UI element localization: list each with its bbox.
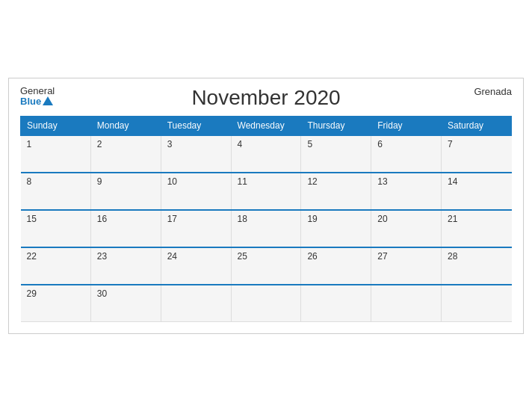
day-number: 9: [97, 176, 102, 187]
day-number: 22: [27, 251, 37, 262]
logo-blue-text: Blue: [20, 96, 53, 107]
header-wednesday: Wednesday: [231, 116, 301, 135]
calendar-container: General Blue November 2020 Grenada Sunda…: [8, 78, 524, 334]
calendar-day-cell: [371, 285, 442, 322]
day-number: 10: [167, 176, 177, 187]
country-name: Grenada: [474, 86, 512, 97]
calendar-week-row: 15161718192021: [21, 210, 512, 247]
calendar-day-cell: 11: [231, 173, 301, 210]
calendar-day-cell: 13: [371, 173, 442, 210]
header-saturday: Saturday: [442, 116, 512, 135]
calendar-day-cell: 2: [90, 135, 161, 173]
header-monday: Monday: [90, 116, 161, 135]
calendar-day-cell: 28: [442, 247, 512, 285]
calendar-day-cell: 18: [231, 210, 301, 247]
calendar-day-cell: [231, 285, 301, 322]
day-number: 13: [377, 176, 387, 187]
calendar-day-cell: 27: [371, 247, 442, 285]
day-number: 14: [448, 176, 457, 187]
calendar-day-cell: 23: [90, 247, 161, 285]
day-number: 28: [448, 251, 457, 262]
header-friday: Friday: [371, 116, 442, 135]
calendar-day-cell: 29: [21, 285, 91, 322]
header-sunday: Sunday: [21, 116, 91, 135]
calendar-day-cell: 7: [442, 135, 512, 173]
logo-general-text: General: [20, 86, 55, 96]
calendar-day-cell: 5: [301, 135, 371, 173]
calendar-day-cell: 4: [231, 135, 301, 173]
calendar-day-cell: 15: [21, 210, 91, 247]
weekday-header-row: Sunday Monday Tuesday Wednesday Thursday…: [21, 116, 512, 135]
calendar-day-cell: 30: [90, 285, 161, 322]
day-number: 12: [307, 176, 317, 187]
calendar-week-row: 22232425262728: [21, 247, 512, 285]
calendar-day-cell: 9: [90, 173, 161, 210]
calendar-day-cell: 19: [301, 210, 371, 247]
header-tuesday: Tuesday: [161, 116, 231, 135]
day-number: 20: [377, 214, 387, 224]
calendar-day-cell: 21: [442, 210, 512, 247]
calendar-day-cell: 17: [161, 210, 231, 247]
logo-triangle-icon: [43, 96, 53, 105]
calendar-day-cell: 6: [371, 135, 442, 173]
calendar-week-row: 1234567: [21, 135, 512, 173]
day-number: 25: [238, 251, 247, 262]
calendar-week-row: 2930: [21, 285, 512, 322]
day-number: 5: [307, 139, 312, 149]
calendar-day-cell: 22: [21, 247, 91, 285]
day-number: 8: [27, 176, 32, 187]
calendar-day-cell: 16: [90, 210, 161, 247]
calendar-day-cell: 26: [301, 247, 371, 285]
day-number: 18: [238, 214, 247, 224]
day-number: 15: [27, 214, 37, 224]
calendar-title: November 2020: [191, 86, 340, 110]
day-number: 16: [97, 214, 107, 224]
logo: General Blue: [20, 86, 55, 108]
day-number: 17: [167, 214, 177, 224]
calendar-day-cell: 8: [21, 173, 91, 210]
calendar-grid: Sunday Monday Tuesday Wednesday Thursday…: [20, 116, 512, 322]
calendar-day-cell: [442, 285, 512, 322]
calendar-day-cell: [301, 285, 371, 322]
calendar-day-cell: 10: [161, 173, 231, 210]
calendar-day-cell: 3: [161, 135, 231, 173]
day-number: 6: [377, 139, 383, 149]
calendar-week-row: 891011121314: [21, 173, 512, 210]
calendar-day-cell: [161, 285, 231, 322]
calendar-day-cell: 25: [231, 247, 301, 285]
calendar-day-cell: 1: [21, 135, 91, 173]
calendar-day-cell: 20: [371, 210, 442, 247]
day-number: 30: [97, 288, 107, 299]
day-number: 19: [307, 214, 317, 224]
day-number: 21: [448, 214, 457, 224]
calendar-day-cell: 24: [161, 247, 231, 285]
calendar-day-cell: 12: [301, 173, 371, 210]
calendar-header: General Blue November 2020 Grenada: [20, 86, 512, 110]
day-number: 11: [238, 176, 247, 187]
header-thursday: Thursday: [301, 116, 371, 135]
calendar-day-cell: 14: [442, 173, 512, 210]
day-number: 4: [238, 139, 243, 149]
day-number: 27: [377, 251, 387, 262]
day-number: 1: [27, 139, 32, 149]
day-number: 2: [97, 139, 102, 149]
day-number: 3: [167, 139, 173, 149]
day-number: 29: [27, 288, 37, 299]
day-number: 26: [307, 251, 317, 262]
day-number: 23: [97, 251, 107, 262]
day-number: 7: [448, 139, 453, 149]
day-number: 24: [167, 251, 177, 262]
